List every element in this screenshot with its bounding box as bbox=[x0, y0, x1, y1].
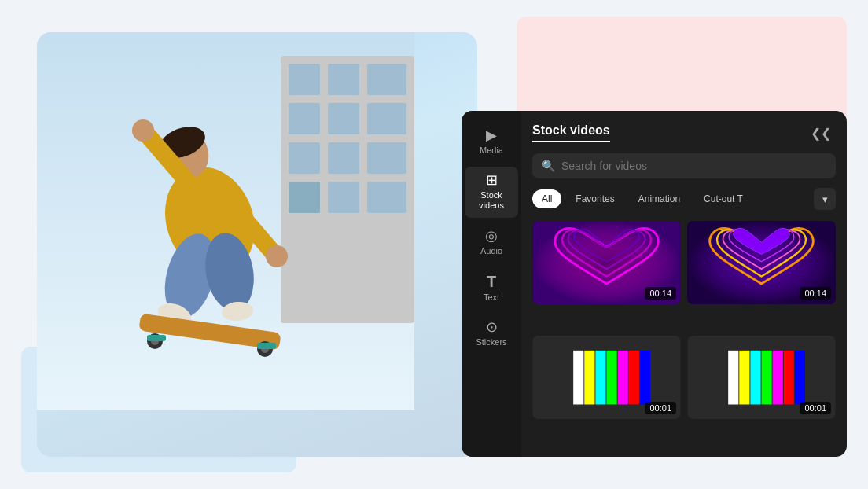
sidebar-item-audio[interactable]: ◎ Audio bbox=[465, 222, 518, 263]
stickers-icon: ⊙ bbox=[486, 320, 498, 334]
svg-rect-46 bbox=[739, 351, 749, 405]
svg-point-20 bbox=[266, 245, 288, 267]
sidebar-item-media[interactable]: ▶ Media bbox=[465, 122, 518, 162]
panel-title: Stock videos bbox=[532, 123, 610, 142]
video-duration-heart1: 00:14 bbox=[645, 287, 676, 300]
svg-rect-47 bbox=[750, 351, 760, 405]
stock-videos-panel: ▶ Media ⊞ Stockvideos ◎ Audio T Text ⊙ S… bbox=[462, 111, 847, 457]
svg-rect-43 bbox=[640, 351, 650, 405]
svg-rect-40 bbox=[607, 351, 617, 405]
svg-rect-13 bbox=[367, 182, 406, 213]
svg-rect-5 bbox=[289, 103, 320, 134]
svg-rect-31 bbox=[257, 343, 276, 349]
media-icon: ▶ bbox=[486, 128, 497, 142]
filter-dropdown-button[interactable]: ▾ bbox=[814, 188, 836, 210]
svg-rect-4 bbox=[367, 64, 406, 95]
sidebar-label-audio: Audio bbox=[480, 246, 502, 256]
svg-rect-3 bbox=[328, 64, 359, 95]
svg-rect-7 bbox=[367, 103, 406, 134]
video-duration-colorbars2: 00:01 bbox=[800, 402, 831, 414]
svg-rect-50 bbox=[784, 351, 794, 405]
svg-rect-37 bbox=[573, 351, 583, 405]
filter-tab-all[interactable]: All bbox=[532, 189, 561, 208]
panel-header: Stock videos ❮❮ bbox=[532, 123, 836, 142]
svg-rect-2 bbox=[289, 64, 320, 95]
skate-photo bbox=[37, 32, 477, 457]
svg-rect-12 bbox=[328, 182, 359, 213]
skater-illustration bbox=[37, 32, 414, 410]
svg-rect-9 bbox=[328, 142, 359, 174]
filter-tab-cutout[interactable]: Cut-out T bbox=[694, 189, 752, 208]
sidebar: ▶ Media ⊞ Stockvideos ◎ Audio T Text ⊙ S… bbox=[462, 111, 521, 457]
svg-rect-48 bbox=[762, 351, 772, 405]
video-thumb-heart2[interactable]: 00:14 bbox=[687, 221, 836, 304]
text-icon: T bbox=[487, 274, 496, 289]
svg-rect-11 bbox=[289, 182, 320, 213]
sidebar-label-stickers: Stickers bbox=[476, 337, 506, 347]
search-input[interactable] bbox=[561, 160, 826, 172]
sidebar-label-media: Media bbox=[480, 145, 503, 156]
svg-rect-38 bbox=[584, 351, 594, 405]
svg-point-18 bbox=[132, 119, 154, 142]
svg-rect-30 bbox=[147, 335, 166, 341]
filter-tabs: All Favorites Animation Cut-out T ▾ bbox=[532, 188, 836, 210]
video-duration-colorbars1: 00:01 bbox=[645, 402, 676, 414]
svg-rect-6 bbox=[328, 103, 359, 134]
panel-main-content: Stock videos ❮❮ 🔍 All Favorites Animatio… bbox=[521, 111, 847, 457]
sidebar-item-stickers[interactable]: ⊙ Stickers bbox=[465, 314, 518, 354]
video-thumb-heart1[interactable]: 00:14 bbox=[532, 221, 681, 304]
svg-rect-42 bbox=[629, 351, 639, 405]
svg-rect-41 bbox=[618, 351, 628, 405]
video-thumb-colorbars2[interactable]: 00:01 bbox=[687, 336, 836, 419]
sidebar-item-stock-videos[interactable]: ⊞ Stockvideos bbox=[465, 167, 518, 217]
collapse-button[interactable]: ❮❮ bbox=[806, 124, 836, 142]
svg-rect-10 bbox=[367, 142, 406, 174]
svg-rect-51 bbox=[795, 351, 805, 405]
sidebar-item-text[interactable]: T Text bbox=[465, 267, 518, 309]
video-grid: 00:14 bbox=[532, 221, 836, 444]
filter-tab-favorites[interactable]: Favorites bbox=[566, 189, 623, 208]
audio-icon: ◎ bbox=[485, 229, 498, 243]
video-duration-heart2: 00:14 bbox=[800, 287, 831, 300]
svg-rect-45 bbox=[728, 351, 738, 405]
stock-videos-icon: ⊞ bbox=[486, 173, 498, 187]
svg-rect-49 bbox=[773, 351, 783, 405]
video-thumb-colorbars1[interactable]: 00:01 bbox=[532, 336, 681, 419]
filter-tab-animation[interactable]: Animation bbox=[629, 189, 690, 208]
scene: ▶ Media ⊞ Stockvideos ◎ Audio T Text ⊙ S… bbox=[21, 17, 847, 472]
svg-rect-8 bbox=[289, 142, 320, 174]
svg-rect-39 bbox=[595, 351, 605, 405]
sidebar-label-stock-videos: Stockvideos bbox=[479, 190, 504, 211]
search-icon: 🔍 bbox=[542, 160, 555, 172]
sidebar-label-text: Text bbox=[484, 292, 499, 303]
search-bar[interactable]: 🔍 bbox=[532, 153, 836, 178]
